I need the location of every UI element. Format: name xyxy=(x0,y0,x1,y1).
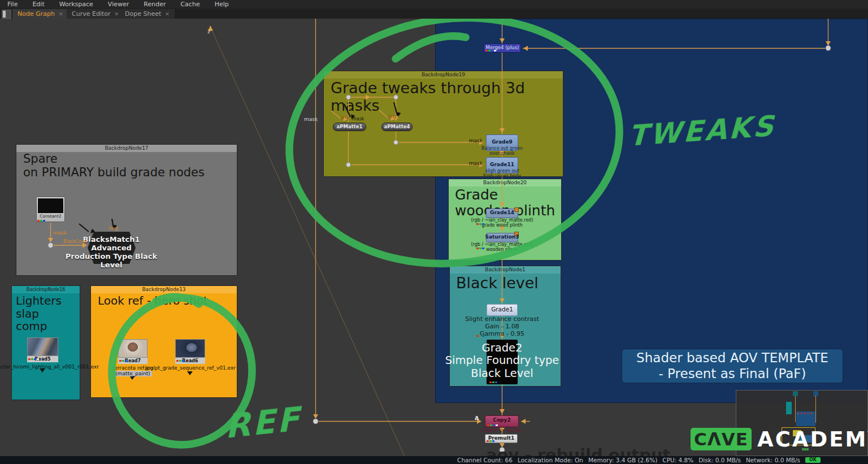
annotation-ref: REF xyxy=(224,400,302,446)
academy-logo-text: ACADEMY xyxy=(757,427,868,452)
channel-dots-icon xyxy=(487,440,494,442)
note-aov-template-line1: Shader based AOV TEMPLATE xyxy=(636,350,828,366)
node-grade1[interactable]: Grade1 Slight enhance contrast Gain - 1.… xyxy=(487,304,518,316)
node-read6[interactable]: Read6 sculpt_grade_sequence_ref_v01.exr xyxy=(175,339,205,364)
backdrop-node13[interactable]: BackdropNode13 Look ref - hero shot xyxy=(90,285,237,398)
tab-node-graph[interactable]: Node Graph ✕ xyxy=(12,9,68,19)
cave-logo: CΛVE xyxy=(691,428,752,450)
backdrop-node1-title: Black level xyxy=(456,275,539,292)
channel-dots-icon xyxy=(476,248,484,249)
menu-render[interactable]: Render xyxy=(136,1,173,8)
status-bar: Channel Count: 66 Localization Mode: On … xyxy=(0,456,868,464)
node-saturation3-label: Saturation3 xyxy=(480,234,525,240)
wire-label-img: img xyxy=(108,226,118,231)
channel-dots-icon xyxy=(37,220,45,222)
wire-label-img: img xyxy=(388,114,396,119)
node-read7-note: (matte_paint) xyxy=(99,371,167,376)
backdrop-node13-header[interactable]: BackdropNode13 xyxy=(91,286,237,293)
node-constant2-thumb xyxy=(38,198,63,213)
node-grade9[interactable]: Grade9 Balance out green over cheek xyxy=(486,135,518,151)
wire-label-a-input: A xyxy=(475,415,479,421)
node-premult1[interactable]: Premult1 xyxy=(485,434,518,443)
minimap-node xyxy=(793,391,798,396)
note-aov-template-line2: - Present as Final (PaF) xyxy=(658,366,806,382)
wire-label-mask: mask xyxy=(53,230,67,236)
status-disk: Disk: 0.0 MB/s xyxy=(698,457,741,463)
channel-dots-icon xyxy=(487,424,498,426)
backdrop-node16-title: Lighters slap comp xyxy=(16,294,62,333)
wire-label-mask: mask xyxy=(304,116,318,122)
wire-label-mask: mask xyxy=(461,161,483,166)
node-constant2-label: Constant2 xyxy=(34,214,68,219)
close-icon[interactable]: ✕ xyxy=(165,11,170,17)
node-apmatte4[interactable]: aPMatte4 xyxy=(381,123,413,131)
channel-dots-icon xyxy=(485,50,496,51)
node-merge4[interactable]: Merge4 (plus) xyxy=(484,44,521,53)
node-read5[interactable]: Read5 character_hiromi_lighting_all_v001… xyxy=(27,337,58,362)
node-read6-filename: sculpt_grade_sequence_ref_v01.exr xyxy=(123,365,258,371)
node-grade14-label: Grade14 xyxy=(480,210,525,215)
close-icon[interactable]: ✕ xyxy=(59,11,63,17)
channel-dots-icon xyxy=(476,335,484,337)
wire-label-2: 2 xyxy=(207,29,210,34)
menu-file[interactable]: File xyxy=(0,1,25,8)
minimap-node xyxy=(786,402,792,414)
backdrop-node13-title: Look ref - hero shot xyxy=(98,294,208,307)
backdrop-node16-header[interactable]: BackdropNode16 xyxy=(12,286,80,293)
backdrop-node17-header[interactable]: BackdropNode17 xyxy=(16,145,237,152)
minimap-wire xyxy=(795,396,796,422)
pane-layout-icon[interactable] xyxy=(2,10,11,19)
backdrop-node1-header[interactable]: BackdropNode1 xyxy=(450,266,561,274)
status-memory: Memory: 3.4 GB (2.6%) xyxy=(588,457,657,463)
node-read7-thumbnail xyxy=(118,339,147,358)
backdrop-node19-title: Grade tweaks through 3d masks xyxy=(331,80,563,114)
node-grade2[interactable]: Grade2 Simple Foundry type Black Level xyxy=(487,340,518,384)
wire-label-mask: mask xyxy=(461,138,483,144)
channel-dots-icon xyxy=(476,223,484,225)
node-apmatte1[interactable]: aPMatte1 xyxy=(333,123,366,131)
menu-cache[interactable]: Cache xyxy=(173,1,207,8)
node-copy2-label: Copy2 xyxy=(482,417,522,423)
node-grade14[interactable]: Grade14 (rgb / ~ian_clay_matte.red) grad… xyxy=(486,209,518,218)
channel-dots-icon xyxy=(28,358,39,360)
menu-workspace[interactable]: Workspace xyxy=(52,1,101,8)
node-read7[interactable]: Read7 terracota ref.jpg (matte_paint) xyxy=(118,339,147,364)
status-cpu: CPU: 4.8% xyxy=(662,457,693,463)
status-channel-count: Channel Count: 66 xyxy=(457,457,513,463)
minimap-wire xyxy=(815,396,816,423)
node-grade14-caption: (rgb / ~ian_clay_matte.red) grade wood p… xyxy=(463,218,542,228)
node-grade1-caption: Slight enhance contrast Gain - 1.08 Gamm… xyxy=(453,316,552,338)
menu-viewer[interactable]: Viewer xyxy=(101,1,136,8)
wire-label-mask: mask xyxy=(352,116,364,122)
close-icon[interactable]: ✕ xyxy=(115,11,119,17)
menu-edit[interactable]: Edit xyxy=(25,1,51,8)
backdrop-node19-header[interactable]: BackdropNode19 xyxy=(324,71,563,79)
tab-dope-sheet[interactable]: Dope Sheet ✕ xyxy=(120,9,175,19)
node-apmatte4-label: aPMatte4 xyxy=(377,124,417,129)
node-constant2[interactable]: Constant2 xyxy=(36,197,65,222)
minimap-node xyxy=(797,413,814,414)
node-read5-thumbnail xyxy=(27,337,58,356)
status-ok-badge: OK xyxy=(805,457,821,463)
node-read6-thumbnail xyxy=(175,339,205,358)
node-saturation3-caption: (rgb / ~ian_clay_matte.red) wooden plint… xyxy=(463,242,542,253)
channel-dots-icon xyxy=(489,381,497,383)
note-aov-template[interactable]: Shader based AOV TEMPLATE - Present as F… xyxy=(622,349,843,383)
status-localization: Localization Mode: On xyxy=(518,457,583,463)
tab-curve-editor[interactable]: Curve Editor ✕ xyxy=(67,9,124,19)
backdrop-node20-header[interactable]: BackdropNode20 xyxy=(449,179,561,187)
channel-dots-icon xyxy=(119,360,127,362)
node-saturation3[interactable]: Saturation3 (rgb / ~ian_clay_matte.red) … xyxy=(486,233,518,242)
wire-label-img: img xyxy=(340,115,349,120)
tab-bar: Node Graph ✕ Curve Editor ✕ Dope Sheet ✕ xyxy=(0,8,868,19)
nuke-node-graph-canvas[interactable]: BackdropNode17 Spare on PRIMARY build gr… xyxy=(0,0,868,464)
status-network: Network: 0.0 MB/s xyxy=(746,457,800,463)
menu-bar: File Edit Workspace Viewer Render Cache … xyxy=(0,0,868,8)
backdrop-node17-title: Spare on PRIMARY build grade nodes xyxy=(23,153,205,179)
node-copy2[interactable]: Copy2 (alpha -> alpha) xyxy=(485,415,519,427)
node-apmatte1-label: aPMatte1 xyxy=(330,124,370,129)
menu-help[interactable]: Help xyxy=(207,1,236,8)
node-grade11[interactable]: Grade11 sligh green out from upper body xyxy=(486,157,518,174)
wire-label-blackcolor: BlackColor xyxy=(63,239,88,244)
node-grade2-label: Grade2 Simple Foundry type Black Level xyxy=(439,342,566,380)
